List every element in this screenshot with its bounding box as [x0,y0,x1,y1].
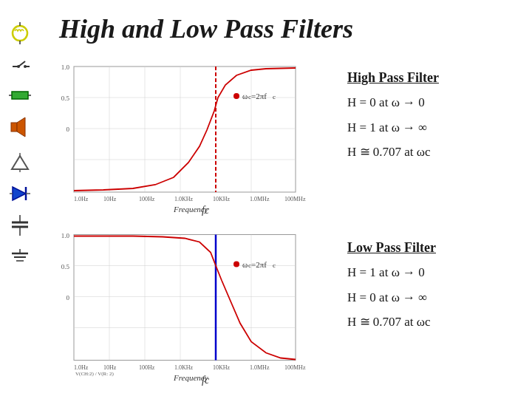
svg-text:100MHz: 100MHz [284,196,306,202]
svg-text:1.0KHz: 1.0KHz [174,364,194,371]
svg-rect-55 [74,235,296,361]
svg-text:V(CH:2) / V(R: 2): V(CH:2) / V(R: 2) [75,371,114,377]
svg-text:1.0MHz: 1.0MHz [250,364,270,371]
high-pass-eq3: H ≅ 0.707 at ωc [347,143,439,162]
inductor-icon [9,22,31,44]
svg-text:0: 0 [66,126,70,133]
svg-text:100MHz: 100MHz [284,364,306,371]
svg-point-7 [24,65,27,68]
resistor-icon [9,89,31,101]
svg-point-0 [13,26,27,41]
ground-icon [9,249,31,265]
svg-marker-17 [13,187,26,200]
low-pass-chart-svg: 1.0 0.5 0 1.0Hz 10Hz 100Hz 1.0KHz 10KHz … [59,225,332,388]
svg-text:c: c [273,262,276,269]
high-pass-info: High Pass Filter H = 0 at ω → 0 H = 1 at… [347,70,439,168]
high-pass-eq2: H = 1 at ω → ∞ [347,118,439,137]
low-pass-eq3: H ≅ 0.707 at ωc [347,313,436,332]
svg-text:1.0: 1.0 [61,64,70,71]
svg-rect-11 [11,123,17,132]
low-pass-info: Low Pass Filter H = 1 at ω → 0 H = 0 at … [347,240,436,338]
high-pass-fc-label: fc [202,205,209,216]
low-pass-eq2: H = 0 at ω → ∞ [347,288,436,307]
svg-point-49 [233,93,239,99]
low-pass-fc-label: fc [202,375,209,386]
svg-text:=2πf: =2πf [251,92,267,100]
led-icon [10,185,30,202]
circuit-symbols-sidebar [7,22,33,265]
svg-text:1.0KHz: 1.0KHz [174,196,194,202]
svg-text:1.0Hz: 1.0Hz [74,196,89,202]
svg-text:1.0MHz: 1.0MHz [250,196,270,202]
svg-text:ω: ω [242,260,248,269]
page-title: High and Low Pass Filters [59,13,353,44]
capacitor-icon [9,215,31,236]
svg-text:100Hz: 100Hz [139,196,155,202]
svg-text:10Hz: 10Hz [103,364,117,371]
svg-text:0.5: 0.5 [61,95,70,102]
svg-rect-8 [12,92,28,99]
low-pass-title: Low Pass Filter [347,240,436,256]
svg-marker-13 [12,156,28,169]
speaker-icon [7,115,33,140]
svg-text:10KHz: 10KHz [213,196,231,202]
svg-text:1.0: 1.0 [61,232,70,239]
svg-rect-29 [74,66,296,192]
svg-text:10KHz: 10KHz [213,364,231,371]
svg-point-6 [17,65,20,68]
svg-point-75 [233,262,239,267]
svg-text:100Hz: 100Hz [139,364,155,371]
svg-text:c: c [273,93,276,100]
low-pass-chart: 1.0 0.5 0 1.0Hz 10Hz 100Hz 1.0KHz 10KHz … [59,225,332,388]
svg-text:10Hz: 10Hz [103,196,117,202]
svg-text:0: 0 [66,294,70,301]
high-pass-eq1: H = 0 at ω → 0 [347,93,439,112]
svg-text:=2πf: =2πf [251,260,267,269]
svg-text:0.5: 0.5 [61,263,70,270]
switch-icon [9,58,31,76]
high-pass-title: High Pass Filter [347,70,439,86]
diode-icon [10,153,30,172]
low-pass-eq1: H = 1 at ω → 0 [347,263,436,282]
high-pass-chart: 1.0 0.5 0 1.0Hz 10Hz 100Hz 1.0KHz 10KHz … [59,59,332,218]
svg-text:1.0Hz: 1.0Hz [74,364,89,371]
high-pass-chart-svg: 1.0 0.5 0 1.0Hz 10Hz 100Hz 1.0KHz 10KHz … [59,59,332,218]
svg-marker-12 [17,117,25,137]
svg-text:ω: ω [242,92,248,100]
